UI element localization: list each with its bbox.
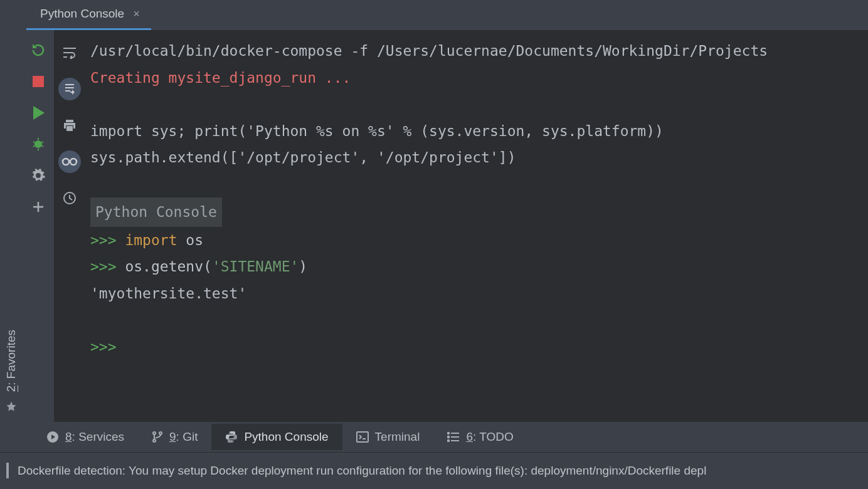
console-line: /usr/local/bin/docker-compose -f /Users/… (88, 38, 868, 65)
star-icon (6, 401, 17, 412)
svg-point-1 (34, 140, 42, 148)
svg-point-2 (63, 159, 69, 165)
show-variables-button[interactable] (58, 150, 81, 173)
console-banner: Python Console (90, 197, 222, 227)
services-tool-button[interactable]: 8: Services (33, 424, 138, 450)
svg-point-11 (448, 436, 449, 438)
git-tool-button[interactable]: 9: Git (138, 424, 211, 450)
window-mode-icon[interactable] (5, 464, 9, 478)
status-message: Dockerfile detection: You may setup Dock… (18, 464, 706, 478)
settings-button[interactable] (29, 167, 47, 184)
play-circle-icon (46, 431, 59, 443)
add-button[interactable] (29, 198, 47, 216)
git-branch-icon (152, 431, 163, 443)
scroll-to-end-button[interactable] (58, 78, 81, 100)
close-icon[interactable]: × (133, 8, 140, 21)
debug-button[interactable] (29, 135, 47, 153)
svg-point-7 (153, 439, 156, 442)
svg-rect-9 (357, 432, 368, 442)
python-console-tool-button[interactable]: Python Console (211, 424, 342, 450)
console-line: >>> import os (88, 227, 868, 254)
left-stripe: 2: Favorites (0, 30, 23, 422)
svg-point-12 (448, 440, 449, 441)
todo-tool-button[interactable]: 6: TODO (433, 424, 527, 450)
favorites-tool-button[interactable]: 2: Favorites (4, 330, 18, 392)
stop-button[interactable] (29, 73, 47, 90)
tab-python-console[interactable]: Python Console × (26, 1, 151, 30)
terminal-tool-button[interactable]: Terminal (342, 424, 434, 450)
terminal-icon (356, 431, 369, 443)
console-line: >>> os.getenv('SITENAME') (88, 253, 868, 280)
console-line: 'myothersite.test' (88, 280, 868, 307)
rerun-button[interactable] (29, 41, 47, 59)
tab-label: Python Console (40, 7, 124, 21)
run-button[interactable] (29, 104, 47, 122)
console-output[interactable]: /usr/local/bin/docker-compose -f /Users/… (85, 30, 868, 422)
console-line: Creating mysite_django_run ... (88, 65, 868, 92)
status-bar: Dockerfile detection: You may setup Dock… (0, 452, 868, 489)
svg-point-10 (448, 433, 449, 434)
list-icon (447, 432, 460, 442)
history-button[interactable] (58, 187, 81, 209)
print-button[interactable] (58, 114, 81, 137)
console-toolbar-left (23, 30, 54, 422)
python-icon (225, 431, 238, 443)
soft-wrap-button[interactable] (58, 41, 81, 64)
tool-window-tab-bar: Python Console × (0, 0, 868, 30)
svg-rect-0 (33, 76, 44, 87)
bottom-tool-bar: 8: Services 9: Git Python Console Termin… (0, 422, 868, 452)
svg-point-6 (153, 432, 156, 434)
console-toolbar-right (54, 30, 85, 422)
svg-point-8 (159, 432, 162, 434)
console-line: sys.path.extend(['/opt/project', '/opt/p… (88, 144, 868, 171)
console-prompt[interactable]: >>> (88, 334, 868, 360)
svg-point-3 (70, 159, 77, 165)
console-content-row: 2: Favorites (0, 30, 868, 422)
console-line: import sys; print('Python %s on %s' % (s… (88, 118, 868, 145)
